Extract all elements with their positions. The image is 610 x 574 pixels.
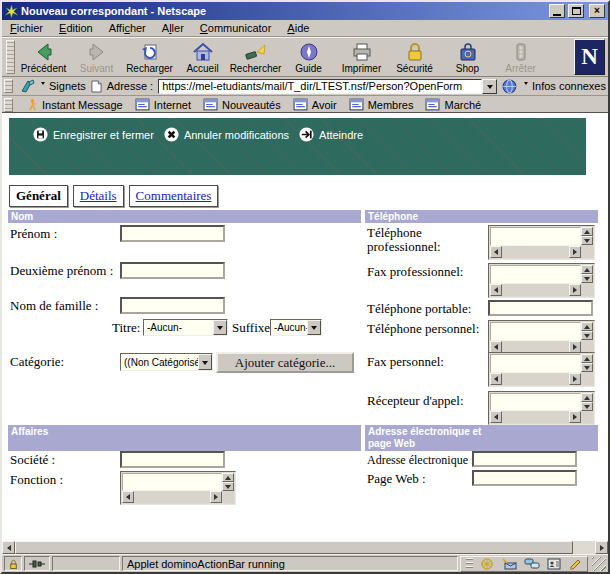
horizontal-scrollbar[interactable] — [122, 491, 222, 503]
toolbar-print-button[interactable]: Imprimer — [335, 39, 388, 76]
scroll-right-button[interactable] — [569, 411, 581, 423]
email-field[interactable] — [472, 451, 577, 467]
horizontal-scrollbar[interactable] — [490, 284, 581, 296]
textarea-text-area[interactable] — [490, 393, 581, 411]
toolbar-security-button[interactable]: Sécurité — [388, 39, 441, 76]
scroll-up-button[interactable] — [222, 473, 234, 482]
add-category-button[interactable]: Ajouter catégorie... — [216, 352, 354, 373]
vertical-scrollbar[interactable] — [581, 227, 593, 258]
scroll-left-button[interactable] — [2, 541, 15, 554]
minimize-button[interactable] — [549, 4, 565, 18]
suffix-select[interactable]: -Aucun- — [270, 319, 322, 336]
category-select[interactable]: ((Non Catégorisé) — [120, 353, 213, 371]
textarea-text-area[interactable] — [122, 473, 222, 491]
toolbar-reload-button[interactable]: Recharger — [123, 39, 176, 76]
vertical-scrollbar[interactable] — [222, 473, 234, 503]
menu-aller[interactable]: Aller — [162, 22, 184, 34]
menu-communicator[interactable]: Communicator — [200, 22, 272, 34]
vertical-scrollbar[interactable] — [581, 354, 593, 385]
scroll-left-button[interactable] — [490, 246, 502, 258]
job-title-textarea[interactable] — [120, 471, 236, 505]
vertical-scrollbar[interactable] — [581, 265, 593, 296]
vertical-scrollbar[interactable] — [581, 393, 593, 423]
menu-aide[interactable]: Aide — [287, 22, 309, 34]
select-arrow-button[interactable] — [198, 354, 212, 370]
tab-commentaires[interactable]: Commentaires — [129, 185, 219, 207]
save-and-close-button[interactable]: Enregistrer et fermer — [33, 127, 154, 142]
maximize-button[interactable] — [568, 4, 584, 18]
bookmarks-button[interactable]: Signets — [20, 79, 86, 93]
resize-grip[interactable] — [592, 557, 606, 571]
office-fax-textarea[interactable] — [488, 263, 595, 298]
scroll-up-button[interactable] — [581, 227, 593, 236]
navigator-icon[interactable] — [480, 557, 494, 571]
instant-message-button[interactable]: Instant Message — [27, 98, 123, 111]
scroll-down-button[interactable] — [222, 482, 234, 491]
home-phone-textarea[interactable] — [488, 320, 595, 355]
tab-general[interactable]: Général — [9, 185, 68, 207]
online-indicator[interactable] — [24, 556, 50, 571]
toolbar-home-button[interactable]: Accueil — [176, 39, 229, 76]
personal-item-nouveautes[interactable]: Nouveautés — [203, 98, 281, 111]
scroll-up-button[interactable] — [581, 322, 593, 331]
url-dropdown-button[interactable] — [482, 79, 497, 94]
home-fax-textarea[interactable] — [488, 352, 595, 387]
scroll-down-button[interactable] — [581, 236, 593, 245]
menu-edition[interactable]: Edition — [59, 22, 93, 34]
close-button[interactable]: × — [589, 4, 605, 18]
title-select[interactable]: -Aucun- — [143, 319, 228, 336]
scroll-left-button[interactable] — [122, 491, 134, 503]
scroll-up-button[interactable] — [581, 354, 593, 363]
personal-item-marche[interactable]: Marché — [425, 98, 481, 111]
page-horizontal-scrollbar[interactable] — [2, 541, 608, 554]
scroll-right-button[interactable] — [595, 541, 608, 554]
page-proxy-icon[interactable] — [91, 80, 102, 93]
scrollbar-track[interactable] — [573, 541, 595, 554]
discussions-icon[interactable] — [524, 558, 540, 570]
horizontal-scrollbar[interactable] — [490, 373, 581, 385]
scroll-down-button[interactable] — [581, 402, 593, 411]
component-bar-handle[interactable] — [466, 558, 473, 569]
toolbar-guide-button[interactable]: Guide — [282, 39, 335, 76]
company-field[interactable] — [120, 451, 225, 468]
middle-name-field[interactable] — [120, 262, 225, 279]
toolbar-grippy[interactable] — [6, 40, 15, 74]
scroll-left-button[interactable] — [490, 373, 502, 385]
netscape-logo[interactable]: N — [574, 39, 605, 75]
horizontal-scrollbar[interactable] — [490, 246, 581, 258]
scroll-right-button[interactable] — [569, 284, 581, 296]
pager-textarea[interactable] — [488, 391, 595, 425]
scroll-up-button[interactable] — [581, 393, 593, 402]
select-arrow-button[interactable] — [307, 320, 321, 335]
goto-button[interactable]: Atteindre — [299, 127, 363, 142]
composer-icon[interactable] — [568, 558, 582, 570]
last-name-field[interactable] — [120, 297, 225, 314]
scroll-up-button[interactable] — [581, 265, 593, 274]
select-arrow-button[interactable] — [213, 320, 227, 335]
mobile-phone-field[interactable] — [488, 300, 593, 316]
scroll-left-button[interactable] — [490, 411, 502, 423]
web-page-field[interactable] — [472, 470, 577, 486]
menu-fichier[interactable]: Fichier — [10, 22, 43, 34]
related-info-button[interactable]: Infos connexes — [502, 79, 606, 94]
tab-details[interactable]: Détails — [73, 185, 124, 207]
textarea-text-area[interactable] — [490, 265, 581, 284]
toolbar-grippy[interactable] — [4, 98, 13, 112]
scroll-down-button[interactable] — [581, 363, 593, 372]
scroll-right-button[interactable] — [569, 246, 581, 258]
personal-item-avoir[interactable]: Avoir — [293, 98, 337, 111]
toolbar-search-button[interactable]: Rechercher — [229, 39, 282, 76]
menu-afficher[interactable]: Afficher — [109, 22, 146, 34]
scroll-right-button[interactable] — [569, 373, 581, 385]
toolbar-forward-button[interactable]: Suivant — [70, 39, 123, 76]
addressbook-icon[interactable] — [547, 558, 561, 570]
toolbar-stop-button[interactable]: Arrêter — [494, 39, 547, 76]
textarea-text-area[interactable] — [490, 354, 581, 373]
cancel-changes-button[interactable]: Annuler modifications — [164, 127, 289, 142]
horizontal-scrollbar[interactable] — [490, 411, 581, 423]
toolbar-shop-button[interactable]: Shop — [441, 39, 494, 76]
vertical-scrollbar[interactable] — [581, 322, 593, 353]
first-name-field[interactable] — [120, 225, 225, 242]
toolbar-grippy[interactable] — [4, 79, 13, 93]
url-input[interactable] — [158, 79, 482, 94]
